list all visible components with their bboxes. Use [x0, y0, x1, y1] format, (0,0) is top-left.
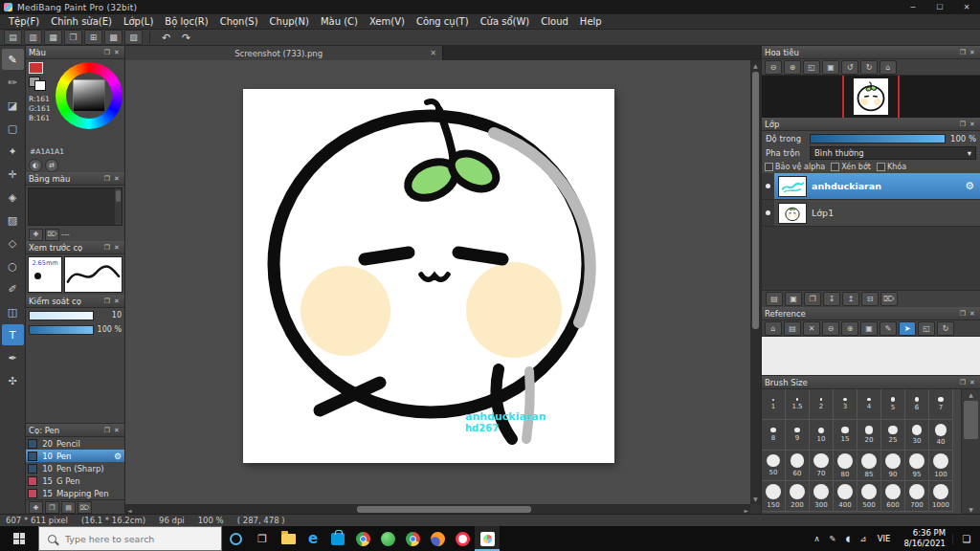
delete-layer-button[interactable]: ⌦	[880, 292, 898, 306]
brush-size-cell[interactable]: 50	[762, 451, 786, 481]
taskbar-search[interactable]	[38, 526, 222, 551]
brush-preview-popout-icon[interactable]: ❐	[102, 244, 112, 252]
medibang-button[interactable]	[475, 526, 500, 551]
eraser-tool-button[interactable]: ◪	[2, 95, 24, 116]
undo-button[interactable]: ↶	[157, 31, 175, 45]
ref-open-button[interactable]: ▤	[784, 321, 801, 336]
layer-settings-gear-icon[interactable]: ⚙	[965, 180, 974, 192]
brush-size-cell[interactable]: 60	[786, 451, 810, 481]
layers-close-icon[interactable]: ✕	[968, 121, 977, 128]
saturation-value-box[interactable]	[74, 80, 105, 112]
current-color-swatch[interactable]	[29, 62, 43, 74]
nav-reset-button[interactable]: ⌂	[880, 60, 897, 75]
duplicate-brush-button[interactable]: ❐	[45, 501, 59, 514]
lasso-tool-button[interactable]: ○	[2, 255, 24, 276]
edge-button[interactable]: e	[301, 526, 325, 551]
start-button[interactable]	[0, 526, 38, 551]
ref-rotate-button[interactable]: ↻	[937, 321, 954, 336]
reference-content[interactable]	[762, 337, 980, 376]
palette-panel-close-icon[interactable]: ✕	[112, 175, 122, 183]
magic-wand-tool-button[interactable]: ✦	[2, 141, 24, 162]
delete-swatch-button[interactable]: ⌦	[45, 229, 59, 241]
new-file-button[interactable]: ▤	[4, 30, 22, 45]
green-app-button[interactable]	[375, 526, 400, 551]
chrome-button-2[interactable]	[400, 526, 425, 551]
brush-size-cell[interactable]: 4	[858, 389, 881, 420]
brush-item-pen-sharp[interactable]: 10Pen (Sharp)	[26, 462, 124, 474]
brush-size-cell[interactable]: 15	[834, 420, 858, 451]
file-explorer-button[interactable]	[276, 526, 301, 551]
gradient-tool-button[interactable]: ▨	[2, 209, 24, 231]
scroll-up-icon[interactable]: ▲	[753, 62, 758, 69]
close-button[interactable]: ✕	[953, 0, 980, 14]
language-indicator[interactable]: VIE	[871, 534, 898, 543]
brush-size-cell[interactable]: 1	[762, 389, 786, 420]
menu-item-7[interactable]: Xem(V)	[364, 16, 411, 27]
brush-size-slider[interactable]	[29, 311, 94, 320]
layer-settings-button[interactable]: ⊟	[861, 292, 879, 306]
layer-visibility-toggle[interactable]	[762, 173, 774, 199]
brush-size-close-icon[interactable]: ✕	[968, 379, 977, 386]
brush-size-cell[interactable]: 2	[810, 389, 834, 420]
slice-tool-button[interactable]: ◫	[2, 301, 24, 322]
layers-popout-icon[interactable]: ❐	[958, 121, 968, 128]
brush-list-close-icon[interactable]: ✕	[112, 427, 122, 434]
brush-size-scrollbar[interactable]: ▲ ▼	[961, 389, 980, 515]
scroll-left-icon[interactable]: ◄	[127, 507, 132, 514]
foreground-background-swatch[interactable]	[29, 77, 46, 91]
brush-size-cell[interactable]: 5	[881, 389, 905, 420]
menu-item-4[interactable]: Chọn(S)	[214, 16, 264, 27]
task-view-button[interactable]: ❐	[249, 526, 276, 551]
brush-size-cell[interactable]: 90	[881, 451, 905, 481]
brush-size-cell[interactable]: 9	[786, 420, 810, 451]
vertical-scrollbar[interactable]: ▲ ▼	[750, 60, 761, 504]
lock-checkbox[interactable]: Khóa	[877, 163, 906, 171]
blend-mode-select[interactable]: Bình thường ▾	[810, 146, 976, 160]
delete-brush-button[interactable]: ⌦	[78, 501, 92, 514]
brush-size-cell[interactable]: 7	[929, 389, 953, 420]
brush-item-pencil[interactable]: 20Pencil	[26, 437, 124, 450]
scroll-down-icon[interactable]: ▼	[753, 496, 758, 502]
open-file-button[interactable]: ▥	[24, 30, 42, 45]
menu-item-5[interactable]: Chụp(N)	[264, 16, 315, 27]
brush-preview-close-icon[interactable]: ✕	[112, 244, 122, 252]
menu-item-0[interactable]: Tệp(F)	[3, 16, 45, 27]
color-mode-button[interactable]: ◐	[29, 159, 42, 172]
add-swatch-button[interactable]: ✚	[29, 229, 43, 241]
brush-size-scroll-thumb[interactable]	[964, 401, 978, 439]
navigator-preview[interactable]	[762, 76, 980, 118]
reference-popout-icon[interactable]: ❐	[958, 310, 968, 318]
document-tab[interactable]: Screenshot (733).png ✕	[125, 46, 443, 60]
brush-size-cell[interactable]: 600	[881, 481, 905, 512]
add-layer-folder-button[interactable]: ▣	[785, 292, 802, 306]
brush-opacity-slider[interactable]	[29, 325, 94, 335]
reference-close-icon[interactable]: ✕	[968, 310, 977, 318]
raise-layer-button[interactable]: ↥	[842, 292, 859, 306]
brush-size-cell[interactable]: 700	[905, 481, 929, 512]
canvas-settings-button[interactable]: ⊞	[84, 30, 102, 45]
brush-size-popout-icon[interactable]: ❐	[958, 379, 968, 386]
menu-item-1[interactable]: Chỉnh sửa(E)	[45, 16, 118, 27]
color-panel-popout-icon[interactable]: ❐	[102, 49, 112, 56]
brush-size-cell[interactable]: 1000	[929, 481, 953, 512]
nav-actual-size-button[interactable]: ▣	[822, 60, 839, 75]
palette-panel-popout-icon[interactable]: ❐	[102, 175, 112, 183]
scroll-down-icon[interactable]: ▼	[962, 506, 980, 513]
brush-size-cell[interactable]: 100	[929, 451, 953, 481]
store-button[interactable]	[325, 526, 350, 551]
palette-scrollbar[interactable]	[115, 188, 122, 225]
tray-network-button[interactable]: ⊿	[856, 534, 871, 543]
brush-size-cell[interactable]: 70	[810, 451, 834, 481]
brush-size-cell[interactable]: 85	[858, 451, 881, 481]
menu-item-3[interactable]: Bộ lọc(R)	[159, 16, 213, 27]
layer-opacity-slider[interactable]	[810, 134, 946, 143]
ref-pen-button[interactable]: ✎	[880, 321, 897, 336]
horizontal-scroll-thumb[interactable]	[357, 506, 532, 513]
brush-size-cell[interactable]: 40	[929, 420, 953, 451]
brush-size-cell[interactable]: 20	[858, 420, 881, 451]
material-button[interactable]: ▨	[124, 30, 143, 45]
ref-home-button[interactable]: ⌂	[765, 321, 782, 336]
menu-item-8[interactable]: Công cụ(T)	[411, 16, 475, 27]
brush-settings-gear-icon[interactable]: ⚙	[114, 452, 122, 461]
pencil-tool-button[interactable]: ✏	[2, 72, 24, 93]
